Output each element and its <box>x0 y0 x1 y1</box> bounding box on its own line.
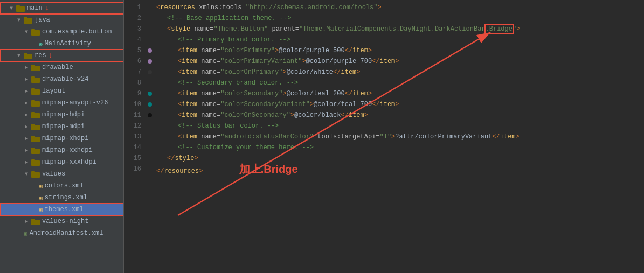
folder-icon-com <box>31 29 40 35</box>
folder-icon-mipmap-xxhdpi <box>31 147 40 153</box>
folder-icon-mipmap-hdpi <box>31 111 40 118</box>
svg-rect-3 <box>24 17 27 19</box>
sidebar-item-mipmap-hdpi[interactable]: mipmap-hdpi <box>0 109 123 121</box>
arrow-java <box>17 17 24 23</box>
svg-rect-21 <box>31 136 35 138</box>
svg-rect-1 <box>16 5 20 8</box>
sidebar-label-mipmap-xxxhdpi: mipmap-xxxhdpi <box>42 158 96 166</box>
editor-gutter <box>146 0 154 273</box>
sidebar-item-java[interactable]: java <box>0 14 123 26</box>
code-line-12: <!-- Status bar color. --> <box>156 121 644 131</box>
sidebar-item-drawable-v24[interactable]: drawable-v24 <box>0 73 123 85</box>
svg-rect-5 <box>31 29 35 31</box>
sidebar-label-values-night: values-night <box>42 218 88 225</box>
svg-rect-13 <box>31 88 35 90</box>
red-arrow-annotation: ↓ <box>45 4 49 12</box>
arrow-values-night <box>25 218 31 225</box>
code-content[interactable]: <resources xmlns:tools="http://schemas.a… <box>154 0 644 273</box>
svg-rect-11 <box>31 76 35 79</box>
sidebar-item-androidmanifest[interactable]: ▣ AndroidManifest.xml <box>0 227 123 239</box>
arrow-drawable <box>25 64 31 71</box>
code-line-2: <!-- Base application theme. --> <box>156 13 644 24</box>
folder-icon-main <box>16 5 25 11</box>
code-line-5: <item name="colorPrimary">@color/purple_… <box>156 45 644 56</box>
sidebar-item-layout[interactable]: layout <box>0 85 123 97</box>
svg-rect-19 <box>31 124 35 126</box>
code-editor: 1 2 3 4 5 6 7 8 9 10 11 12 13 14 15 16 <box>124 0 644 273</box>
code-line-11: <item name="colorOnSecondary">@color/bla… <box>156 110 644 121</box>
sidebar-label-mipmap-anydpi: mipmap-anydpi-v26 <box>42 99 108 107</box>
code-line-13: <item name="android:statusBarColor" tool… <box>156 131 644 142</box>
code-line-4: <!-- Primary brand color. --> <box>156 34 644 45</box>
folder-icon-values-night <box>31 218 40 225</box>
folder-icon-drawable <box>31 64 40 71</box>
sidebar-item-mipmap-xxhdpi[interactable]: mipmap-xxhdpi <box>0 144 123 156</box>
sidebar-item-colors-xml[interactable]: ▣ colors.xml <box>0 180 123 192</box>
arrow-res <box>17 53 24 59</box>
arrow-mipmap-anydpi <box>25 100 31 106</box>
red-arrow-res: ↓ <box>49 51 53 60</box>
sidebar-label-com: com.example.button <box>42 28 112 36</box>
arrow-mipmap-xxxhdpi <box>25 159 31 165</box>
folder-icon-mipmap-mdpi <box>31 123 40 130</box>
file-icon-colors: ▣ <box>39 183 43 190</box>
sidebar-label-main: main <box>27 4 43 12</box>
folder-icon-java <box>24 17 32 23</box>
arrow-drawable-v24 <box>25 76 31 82</box>
sidebar-item-themes-xml[interactable]: ▣ themes.xml <box>0 204 123 215</box>
file-tree: main ↓ java com.example.button ◉ MainAct… <box>0 0 124 273</box>
sidebar-item-mipmap-mdpi[interactable]: mipmap-mdpi <box>0 121 123 132</box>
sidebar-item-main[interactable]: main ↓ <box>0 2 123 14</box>
code-line-1: <resources xmlns:tools="http://schemas.a… <box>156 2 644 13</box>
folder-icon-mipmap-xxxhdpi <box>31 159 40 165</box>
code-line-10: <item name="colorSecondaryVariant">@colo… <box>156 99 644 110</box>
sidebar-label-mipmap-hdpi: mipmap-hdpi <box>42 111 85 118</box>
code-line-9: <item name="colorSecondary">@color/teal_… <box>156 88 644 99</box>
svg-rect-9 <box>31 65 35 67</box>
sidebar-item-res[interactable]: res ↓ <box>0 50 123 61</box>
arrow-mipmap-xhdpi <box>25 135 31 142</box>
sidebar-item-mipmap-anydpi[interactable]: mipmap-anydpi-v26 <box>0 97 123 109</box>
annotation-text: 加上.Bridge <box>239 163 298 175</box>
code-line-7: <item name="colorOnPrimary">@color/white… <box>156 67 644 78</box>
sidebar-item-com-example[interactable]: com.example.button <box>0 26 123 38</box>
folder-icon-res <box>24 52 32 59</box>
code-line-15: </style> <box>156 153 644 164</box>
sidebar-item-mainactivity[interactable]: ◉ MainActivity <box>0 38 123 50</box>
sidebar-label-drawable: drawable <box>42 64 73 71</box>
sidebar-label-mainactivity: MainActivity <box>45 40 91 47</box>
sidebar-label-androidmanifest: AndroidManifest.xml <box>30 229 103 237</box>
svg-rect-27 <box>31 171 35 173</box>
sidebar-label-drawable-v24: drawable-v24 <box>42 75 88 83</box>
sidebar-item-values-night[interactable]: values-night <box>0 215 123 227</box>
svg-rect-7 <box>24 53 27 55</box>
code-line-14: <!-- Customize your theme here. --> <box>156 142 644 153</box>
folder-icon-mipmap-anydpi <box>31 100 40 106</box>
svg-rect-25 <box>31 159 35 162</box>
sidebar-label-themes: themes.xml <box>45 206 84 213</box>
sidebar-label-res: res <box>34 52 46 59</box>
folder-icon-mipmap-xhdpi <box>31 135 40 142</box>
arrow-layout <box>25 88 31 94</box>
sidebar-item-strings-xml[interactable]: ▣ strings.xml <box>0 192 123 204</box>
folder-icon-layout <box>31 88 40 94</box>
arrow-mipmap-hdpi <box>25 111 31 118</box>
sidebar-item-mipmap-xxxhdpi[interactable]: mipmap-xxxhdpi <box>0 156 123 168</box>
file-icon-androidmanifest: ▣ <box>24 230 27 237</box>
file-icon-strings: ▣ <box>39 194 43 201</box>
sidebar-item-values[interactable]: values <box>0 168 123 180</box>
arrow-mipmap-mdpi <box>25 123 31 130</box>
svg-rect-17 <box>31 112 35 114</box>
code-line-3: <style name="Theme.Button" parent="Theme… <box>156 24 644 34</box>
folder-icon-drawable-v24 <box>31 76 40 82</box>
sidebar-item-mipmap-xhdpi[interactable]: mipmap-xhdpi <box>0 132 123 144</box>
sidebar-label-java: java <box>34 16 50 24</box>
sidebar-label-mipmap-xhdpi: mipmap-xhdpi <box>42 135 88 142</box>
arrow-com <box>25 29 31 35</box>
sidebar-item-drawable[interactable]: drawable <box>0 61 123 73</box>
svg-rect-15 <box>31 100 35 102</box>
arrow-values <box>25 171 31 177</box>
sidebar-label-strings: strings.xml <box>45 194 87 201</box>
folder-icon-values <box>31 171 40 177</box>
svg-rect-29 <box>31 219 35 221</box>
